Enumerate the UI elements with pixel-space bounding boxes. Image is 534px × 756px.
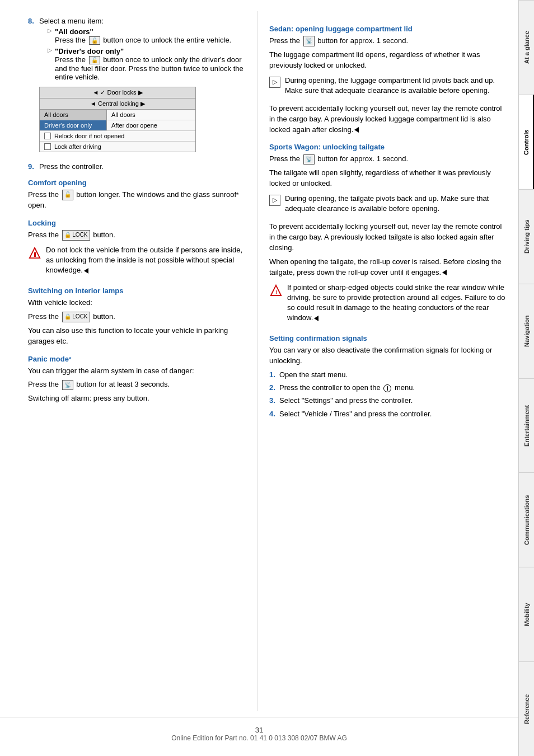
sidebar-tab-at-a-glance[interactable]: At a glance (519, 0, 534, 95)
sunroof-asterisk: * (236, 191, 238, 198)
step-9-content: Press the controller. (39, 162, 246, 171)
menu-right-after-door: After door opene (107, 120, 195, 130)
sidebar-tab-reference[interactable]: Reference (519, 661, 534, 756)
menu-lock-driving: Lock after driving (40, 142, 195, 152)
locking-warning-text: Do not lock the vehicle from the outside… (46, 245, 246, 276)
warning-triangle-icon: ! (28, 246, 41, 260)
sports-press-text: Press the 📡 button for approx. 1 second. (269, 154, 507, 165)
panic-btn-icon: 📡 (62, 380, 73, 391)
comfort-unlock-icon: 🔓 (62, 190, 73, 200)
sidebar-tab-navigation[interactable]: Navigation (519, 284, 534, 378)
sedan-note-text: During opening, the luggage compartment … (285, 76, 507, 96)
conf-step-2: 2. Press the controller to open the i me… (269, 383, 507, 393)
step-8-sub1: ▷ "All doors" Press the 🔓 button once to… (48, 27, 246, 45)
sedan-press-text: Press the 📡 button for approx. 1 second. (269, 36, 507, 46)
conf-step-3: 3. Select "Settings" and press the contr… (269, 396, 507, 406)
sub1-label: "All doors" (55, 27, 93, 36)
step-9: 9. Press the controller. (28, 162, 246, 171)
sports-wagon-section: Sports Wagon: unlocking tailgate Press t… (269, 143, 507, 326)
switching-off-alarm: Switching off alarm: press any button. (28, 393, 246, 404)
menu-drivers-door: Driver's door only (40, 120, 107, 130)
sports-warning-icon: ! (269, 284, 283, 297)
conf-step-3-text: Select "Settings" and press the controll… (279, 396, 413, 406)
page-number: 31 (0, 726, 518, 734)
sub2-label: "Driver's door only" (55, 47, 124, 55)
comfort-opening-heading: Comfort opening (28, 179, 246, 187)
sports-warning-box: ! If pointed or sharp-edged objects coul… (269, 283, 507, 327)
conf-step-4: 4. Select "Vehicle / Tires" and press th… (269, 409, 507, 419)
conf-step-1: 1. Open the start menu. (269, 370, 507, 380)
relock-checkbox[interactable] (44, 133, 51, 139)
sub2-desc: Press the 🔓 button once to unlock only t… (55, 55, 243, 81)
panic-asterisk: * (69, 356, 71, 363)
sedan-btn-icon: 📡 (303, 36, 315, 46)
locking-warning-box: ! Do not lock the vehicle from the outsi… (28, 245, 246, 279)
menu-header-1: ◄ ✓ Door locks ▶ (40, 87, 195, 98)
step-8-text: Select a menu item: (39, 17, 104, 25)
sub-arrow-1: ▷ (48, 27, 52, 45)
sports-desc1: The tailgate will open slightly, regardl… (269, 168, 507, 189)
step-8-sub2: ▷ "Driver's door only" Press the 🔓 butto… (48, 47, 246, 81)
sedan-note-arrow: ▷ (269, 77, 280, 88)
locking-press-text: Press the 🔒 LOCK button. (28, 230, 246, 241)
menu-relock: Relock door if not opened (40, 131, 195, 142)
conf-step-4-num: 4. (269, 409, 279, 419)
sedan-luggage-heading: Sedan: opening luggage compartment lid (269, 25, 507, 33)
step-9-text: Press the controller. (39, 162, 104, 171)
panic-mode-heading: Panic mode* (28, 355, 246, 363)
unlock-icon-1: 🔓 (89, 36, 100, 45)
menu-right-all-doors: All doors (107, 110, 195, 120)
sports-note-text: During opening, the tailgate pivots back… (285, 194, 507, 214)
online-edition: Online Edition for Part no. 01 41 0 013 … (0, 734, 518, 742)
sidebar-tab-mobility[interactable]: Mobility (519, 567, 534, 661)
sports-note-arrow: ▷ (269, 195, 280, 206)
locking-heading: Locking (28, 219, 246, 227)
sports-desc2: To prevent accidentally locking yourself… (269, 222, 507, 253)
menu-illustration: ◄ ✓ Door locks ▶ ◄ Central locking ▶ All… (39, 87, 196, 152)
svg-text:!: ! (34, 251, 36, 257)
conf-step-2-num: 2. (269, 383, 279, 393)
back-ref-warning (314, 316, 318, 321)
menu-all-doors: All doors (40, 110, 107, 120)
unlock-icon-2: 🔓 (89, 56, 100, 64)
lock-icon: 🔒 LOCK (62, 230, 90, 241)
conf-step-1-text: Open the start menu. (279, 370, 348, 380)
sports-wagon-heading: Sports Wagon: unlocking tailgate (269, 143, 507, 151)
panic-mode-section: Panic mode* You can trigger the alarm sy… (28, 355, 246, 405)
sub1-content: "All doors" Press the 🔓 button once to u… (55, 27, 231, 45)
sub-arrow-2: ▷ (48, 47, 52, 81)
panic-mode-desc: You can trigger the alarm system in case… (28, 366, 246, 377)
setting-confirmation-heading: Setting confirmation signals (269, 334, 507, 342)
sedan-note-box: ▷ During opening, the luggage compartmen… (269, 76, 507, 99)
switching-lamps-press: Press the 🔒 LOCK button. (28, 312, 246, 322)
conf-step-1-num: 1. (269, 370, 279, 380)
back-ref-sedan (354, 127, 359, 133)
panic-press-text: Press the 📡 button for at least 3 second… (28, 379, 246, 390)
sub2-content: "Driver's door only" Press the 🔓 button … (55, 47, 246, 81)
sports-note-box: ▷ During opening, the tailgate pivots ba… (269, 194, 507, 217)
sidebar-tab-communications[interactable]: Communications (519, 472, 534, 567)
menu-row-2: Driver's door only After door opene (40, 120, 195, 131)
setting-confirmation-section: Setting confirmation signals You can var… (269, 334, 507, 419)
conf-step-2-text: Press the controller to open the i menu. (279, 383, 415, 393)
sidebar-tab-driving-tips[interactable]: Driving tips (519, 189, 534, 284)
conf-step-3-num: 3. (269, 396, 279, 406)
lock-icon-2: 🔒 LOCK (62, 312, 90, 322)
sidebar-tab-entertainment[interactable]: Entertainment (519, 378, 534, 473)
setting-confirmation-desc: You can vary or also deactivate the conf… (269, 345, 507, 367)
step-9-number: 9. (28, 162, 39, 171)
comfort-opening-text: Press the 🔓 button longer. The windows a… (28, 190, 246, 211)
step-8: 8. Select a menu item: ▷ "All doors" Pre… (28, 17, 246, 158)
sub1-desc: Press the 🔓 button once to unlock the en… (55, 36, 231, 44)
switching-lamps-heading: Switching on interior lamps (28, 287, 246, 295)
sports-btn-icon: 📡 (303, 154, 315, 165)
page-footer: 31 Online Edition for Part no. 01 41 0 0… (0, 717, 518, 745)
sports-desc3: When opening the tailgate, the roll-up c… (269, 257, 507, 278)
back-ref-1 (84, 268, 88, 274)
sedan-desc2: To prevent accidentally locking yourself… (269, 104, 507, 135)
menu-row-1: All doors All doors (40, 110, 195, 120)
sidebar-tab-controls[interactable]: Controls (519, 95, 534, 189)
lock-driving-checkbox[interactable] (44, 143, 51, 150)
info-i-icon: i (383, 384, 391, 392)
with-vehicle-locked: With vehicle locked: (28, 298, 246, 308)
